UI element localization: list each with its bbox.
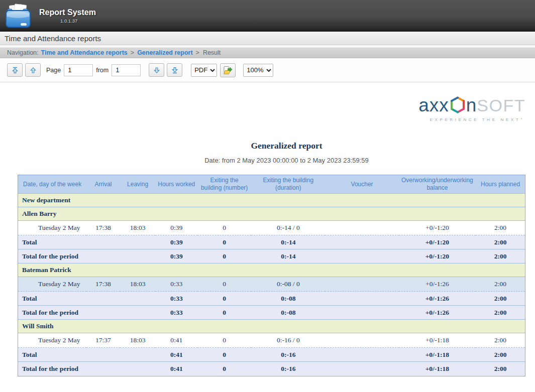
group-row-person: Will Smith [18,320,525,333]
axxonsoft-logo: axx n SOFT EXPERIENCE THE NEXT° [18,96,525,122]
prev-page-button[interactable] [25,63,41,77]
page-count-input[interactable] [112,64,141,76]
zoom-select[interactable]: 100% [243,64,273,77]
app-header: Report System 1.0.1.37 [0,0,535,32]
group-label: New department [18,194,525,207]
group-label: Allen Barry [18,207,525,221]
value-cell [325,249,398,264]
report-date-range: Date: from 2 May 2023 00:00:00 to 2 May … [33,157,535,164]
value-cell [325,333,398,348]
value-cell: 2:00 [476,249,525,264]
value-cell [120,292,156,306]
total-row: Total for the period0:3900:-14+0/-1:202:… [18,249,525,264]
data-row: Tuesday 2 May17:3818:030:3900:-14 / 0+0/… [18,221,525,235]
breadcrumb-link-generalized-report[interactable]: Generalized report [137,49,192,56]
value-cell [325,221,398,235]
value-cell: +0/-1:26 [399,306,476,320]
value-cell: 2:00 [476,362,525,376]
group-row-person: Bateman Patrick [18,264,525,277]
value-cell: 17:37 [86,333,120,348]
value-cell: 0:-08 / 0 [251,277,325,292]
value-cell: 18:03 [120,221,156,235]
value-cell: +0/-1:20 [399,235,476,249]
total-row: Total0:4100:-16+0/-1:182:00 [18,348,525,362]
value-cell: 0:-08 [251,292,325,306]
report-table-head-row: Date, day of the weekArrivalLeavingHours… [18,175,525,194]
value-cell: 0:33 [155,306,197,320]
breadcrumb-separator: > [131,49,134,56]
data-row: Tuesday 2 May17:3818:030:3300:-08 / 0+0/… [18,277,525,292]
next-page-button[interactable] [149,63,164,77]
value-cell: 0:39 [155,221,197,235]
breadcrumb: Navigation: Time and Attendance reports … [0,47,535,58]
value-cell: +0/-1:18 [399,348,476,362]
column-header: Exiting the building (duration) [251,175,325,194]
prev-page-icon [29,66,37,74]
value-cell: 0 [197,292,251,306]
value-cell [325,306,398,320]
value-cell: 2:00 [476,292,525,306]
value-cell: 18:03 [120,333,156,348]
total-row: Total for the period0:4100:-16+0/-1:182:… [18,362,525,376]
value-cell: 0:39 [155,249,197,264]
first-page-button[interactable] [7,63,23,77]
value-cell [325,348,398,362]
value-cell: 0:41 [155,348,197,362]
group-row-department: New department [18,194,525,207]
app-version: 1.0.1.37 [60,18,96,24]
value-cell: 0:-16 [251,348,325,362]
export-button[interactable] [220,63,236,77]
breadcrumb-link-reports[interactable]: Time and Attendance reports [41,49,128,56]
next-page-icon [153,66,161,74]
value-cell: 0 [197,249,251,264]
report-title: Generalized report [33,141,535,151]
export-icon [223,66,233,75]
breadcrumb-label: Navigation: [7,49,39,56]
total-label: Total for the period [18,306,86,320]
value-cell: 0:-14 [251,235,325,249]
column-header: Hours planned [476,175,525,194]
value-cell: 17:38 [86,277,120,292]
value-cell [325,292,398,306]
value-cell: 0:-16 / 0 [251,333,325,348]
value-cell: 0 [197,362,251,376]
last-page-button[interactable] [167,63,182,77]
value-cell: +0/-1:18 [399,362,476,376]
value-cell: 0:-14 [251,249,325,264]
value-cell: 0:33 [155,292,197,306]
value-cell: 0 [197,235,251,249]
value-cell: +0/-1:20 [399,221,476,235]
column-header: Leaving [120,175,156,194]
hexagon-icon [450,96,465,113]
page-input[interactable] [64,64,93,76]
section-title: Time and Attendance reports [5,34,101,43]
value-cell: 0:39 [155,235,197,249]
value-cell: +0/-1:26 [399,277,476,292]
value-cell: 18:03 [120,277,156,292]
format-select[interactable]: PDF [191,64,217,77]
group-label: Will Smith [18,320,525,333]
value-cell [120,362,156,376]
value-cell [120,306,156,320]
total-row: Total for the period0:3300:-08+0/-1:262:… [18,306,525,320]
breadcrumb-separator: > [196,49,199,56]
value-cell: 0 [197,277,251,292]
value-cell [325,277,398,292]
value-cell: 2:00 [476,277,525,292]
value-cell [86,362,120,376]
data-row: Tuesday 2 May17:3718:030:4100:-16 / 0+0/… [18,333,525,348]
value-cell: 0:-08 [251,306,325,320]
brand-text-axx: axx [418,96,449,114]
total-row: Total0:3300:-08+0/-1:262:00 [18,292,525,306]
column-header: Hours worked [155,175,197,194]
value-cell [325,235,398,249]
value-cell [325,362,398,376]
brand-text-n: n [466,96,477,114]
value-cell: 2:00 [476,235,525,249]
value-cell [86,348,120,362]
date-cell: Tuesday 2 May [18,333,86,348]
page-label: Page [46,67,61,74]
value-cell: 2:00 [476,221,525,235]
total-label: Total [18,348,86,362]
value-cell: 0 [197,221,251,235]
